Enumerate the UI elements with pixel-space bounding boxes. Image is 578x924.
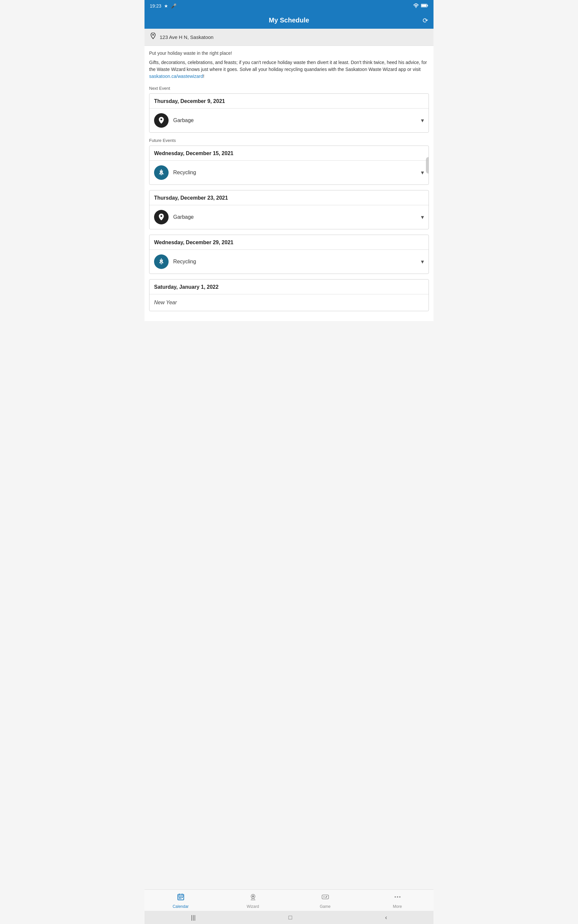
next-event-card: Thursday, December 9, 2021 Garbage ▾ (149, 93, 429, 133)
future-event-date-2: Thursday, December 23, 2021 (149, 190, 429, 205)
next-event-date: Thursday, December 9, 2021 (149, 94, 429, 109)
next-event-row-garbage[interactable]: Garbage ▾ (149, 109, 429, 132)
future-event-row-left-3: Recycling (154, 255, 196, 269)
future-event-row-3[interactable]: Recycling ▾ (149, 250, 429, 274)
holiday-suffix: ! (203, 73, 204, 79)
future-event-label-1: Recycling (173, 170, 196, 175)
page-title: My Schedule (269, 16, 309, 24)
future-event-date-3: Wednesday, December 29, 2021 (149, 235, 429, 250)
location-icon (150, 32, 156, 42)
next-event-chevron[interactable]: ▾ (421, 117, 424, 124)
future-event-label-2: Garbage (173, 214, 194, 220)
scroll-indicator (426, 157, 429, 174)
waste-wizard-link[interactable]: saskatoon.ca/wastewizard (149, 73, 203, 79)
mic-icon: 🎤 (171, 3, 177, 8)
address-bar: 123 Ave H N, Saskatoon (144, 29, 434, 46)
future-event-date-4: Saturday, January 1, 2022 (149, 279, 429, 294)
holiday-name: New Year (149, 294, 429, 311)
future-event-chevron-2[interactable]: ▾ (421, 213, 424, 221)
svg-rect-3 (421, 4, 427, 6)
future-event-card-1: Wednesday, December 15, 2021 Recycling ▾ (149, 146, 429, 185)
wifi-icon (413, 3, 419, 9)
garbage-icon-2 (154, 210, 169, 224)
recycling-icon-3 (154, 255, 169, 269)
future-event-card-2: Thursday, December 23, 2021 Garbage ▾ (149, 190, 429, 229)
main-content: Put your holiday waste in the right plac… (144, 46, 434, 354)
content-area: Put your holiday waste in the right plac… (144, 46, 434, 321)
future-event-row-left-1: Recycling (154, 165, 196, 180)
svg-point-4 (153, 34, 154, 36)
address-text: 123 Ave H N, Saskatoon (160, 34, 213, 40)
future-event-row-left-2: Garbage (154, 210, 194, 224)
next-event-row-left: Garbage (154, 113, 194, 128)
future-event-chevron-3[interactable]: ▾ (421, 258, 424, 265)
holiday-text: Gifts, decorations, celebrations, and fe… (149, 59, 429, 80)
future-event-row-2[interactable]: Garbage ▾ (149, 205, 429, 229)
refresh-button[interactable]: ⟳ (423, 16, 428, 24)
future-event-row-1[interactable]: Recycling ▾ (149, 161, 429, 185)
app-header: My Schedule ⟳ (144, 12, 434, 29)
future-event-card-3: Wednesday, December 29, 2021 Recycling ▾ (149, 235, 429, 274)
status-right (413, 3, 428, 9)
garbage-icon (154, 113, 169, 128)
holiday-banner: Put your holiday waste in the right plac… (149, 50, 429, 56)
future-events-label: Future Events (149, 138, 429, 143)
svg-point-0 (416, 7, 416, 8)
status-time: 19:23 (150, 3, 161, 8)
recycling-icon-1 (154, 165, 169, 180)
future-event-date-1: Wednesday, December 15, 2021 (149, 146, 429, 161)
svg-rect-2 (427, 5, 428, 6)
future-event-chevron-1[interactable]: ▾ (421, 169, 424, 176)
star-icon: ★ (164, 3, 168, 8)
status-left: 19:23 ★ 🎤 (150, 3, 177, 8)
holiday-body-text: Gifts, decorations, celebrations, and fe… (149, 60, 427, 72)
status-bar: 19:23 ★ 🎤 (144, 0, 434, 12)
battery-icon (421, 3, 428, 8)
next-event-label-garbage: Garbage (173, 117, 194, 123)
future-event-card-4: Saturday, January 1, 2022 New Year (149, 279, 429, 311)
future-event-label-3: Recycling (173, 259, 196, 265)
next-event-label: Next Event (149, 86, 429, 91)
